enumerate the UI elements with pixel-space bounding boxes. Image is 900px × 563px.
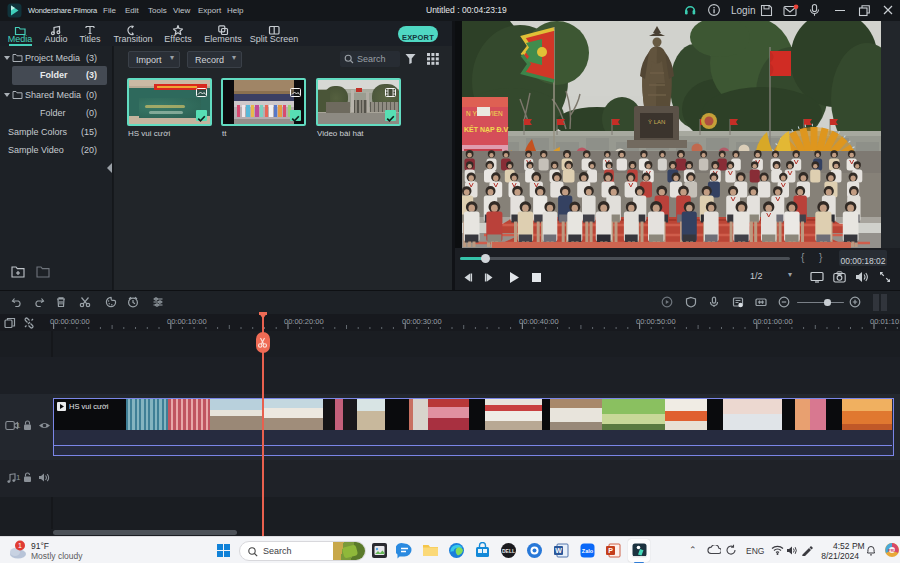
- svg-text:PRL: PRL: [888, 548, 897, 553]
- svg-text:DELL: DELL: [502, 548, 515, 554]
- svg-text:1: 1: [18, 542, 22, 549]
- svg-text:P: P: [608, 547, 613, 554]
- svg-text:Zalo: Zalo: [582, 548, 594, 554]
- svg-text:W: W: [555, 547, 562, 554]
